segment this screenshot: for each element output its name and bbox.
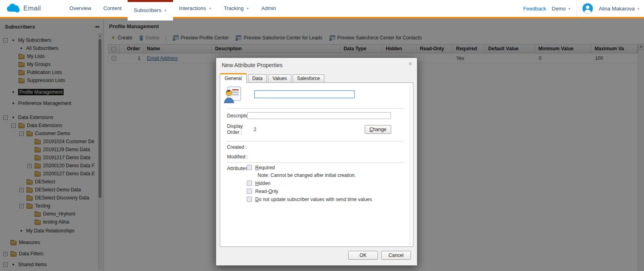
nav-accent-bar <box>0 17 644 18</box>
new-attribute-properties-dialog: New Attribute Properties × GeneralDataVa… <box>216 57 417 266</box>
feedback-link[interactable]: Feedback <box>523 6 546 12</box>
app-window: Email OverviewContentSubscribers▼Interac… <box>0 0 644 271</box>
app-logo: Email <box>6 0 41 17</box>
description-input[interactable] <box>247 112 391 119</box>
display-order-value: 2 <box>254 127 256 132</box>
nav-tab-label: Tracking <box>224 5 244 11</box>
attribute-option-hidden: Hidden <box>247 180 372 186</box>
dialog-tabs: GeneralDataValuesSalesforce <box>220 75 324 82</box>
checkbox[interactable] <box>247 189 252 194</box>
dialog-tab-general[interactable]: General <box>220 73 247 83</box>
dialog-tab-data[interactable]: Data <box>248 74 267 82</box>
chevron-down-icon: ▼ <box>208 7 212 10</box>
nav-tab-content[interactable]: Content <box>97 0 128 17</box>
top-navigation: Email OverviewContentSubscribers▼Interac… <box>0 0 644 17</box>
cancel-button[interactable]: Cancel <box>381 251 411 260</box>
chevron-down-icon: ▼ <box>164 9 167 12</box>
attribute-profile-icon <box>223 86 242 104</box>
display-order-label: Display Order : <box>227 123 248 136</box>
nav-divider <box>576 0 577 17</box>
account-label: Demo <box>552 6 566 12</box>
checkbox[interactable] <box>247 181 252 186</box>
nav-tab-label: Admin <box>261 5 276 11</box>
checkbox[interactable] <box>247 165 252 170</box>
nav-tab-interactions[interactable]: Interactions▼ <box>173 0 218 17</box>
dialog-tab-values[interactable]: Values <box>268 74 291 82</box>
dialog-title: New Attribute Properties <box>222 62 283 68</box>
nav-tab-label: Content <box>103 5 122 11</box>
change-button[interactable]: Change <box>365 125 391 134</box>
attribute-option-read-only: Read-Only <box>247 188 372 194</box>
nav-tab-overview[interactable]: Overview <box>64 0 97 17</box>
close-icon[interactable]: × <box>409 61 412 67</box>
checkbox-label: Do not update subscriber values with sen… <box>255 197 372 202</box>
chevron-down-icon: ▼ <box>637 7 640 11</box>
divider <box>227 108 404 109</box>
checkbox[interactable] <box>247 197 252 202</box>
nav-tab-label: Overview <box>70 5 91 11</box>
modified-label: Modified : <box>227 154 248 160</box>
dialog-tab-salesforce[interactable]: Salesforce <box>293 74 324 82</box>
nav-tab-label: Subscribers <box>134 7 161 13</box>
dialog-scroll-track <box>410 84 410 245</box>
account-menu[interactable]: Demo▼ <box>552 6 571 12</box>
nav-tab-subscribers[interactable]: Subscribers▼ <box>128 0 173 21</box>
nav-tabs: OverviewContentSubscribers▼Interactions▼… <box>64 0 283 17</box>
nav-tab-admin[interactable]: Admin <box>255 0 282 17</box>
attribute-option-do-not-update-subscriber-values-with-send-time-values: Do not update subscriber values with sen… <box>247 196 372 202</box>
divider <box>227 141 404 142</box>
ok-button[interactable]: OK <box>348 251 378 260</box>
salesforce-cloud-icon <box>6 3 20 14</box>
note-text: Note: Cannot be changed after initial cr… <box>258 172 372 178</box>
dialog-general-panel: Description : Display Order : 2 Change C… <box>220 82 413 247</box>
nav-right-section: Feedback Demo▼ Alina Makarova▼ <box>523 0 640 17</box>
checkbox-label: Hidden <box>255 181 270 186</box>
divider <box>227 162 404 163</box>
user-avatar[interactable] <box>582 3 593 14</box>
attribute-name-input[interactable] <box>254 90 355 98</box>
created-label: Created : <box>227 144 247 150</box>
app-title: Email <box>23 4 41 12</box>
chevron-down-icon: ▼ <box>246 7 249 10</box>
attribute-checkbox-list: RequiredNote: Cannot be changed after in… <box>247 164 372 204</box>
nav-tab-label: Interactions <box>179 5 206 11</box>
user-menu[interactable]: Alina Makarova▼ <box>599 6 640 12</box>
attribute-option-required: Required <box>247 164 372 170</box>
checkbox-label: Read-Only <box>255 189 278 194</box>
chevron-down-icon: ▼ <box>568 7 571 11</box>
nav-tab-tracking[interactable]: Tracking▼ <box>218 0 255 17</box>
checkbox-label: Required <box>255 165 275 170</box>
user-name: Alina Makarova <box>599 6 635 12</box>
dialog-footer: OK Cancel <box>216 246 417 265</box>
